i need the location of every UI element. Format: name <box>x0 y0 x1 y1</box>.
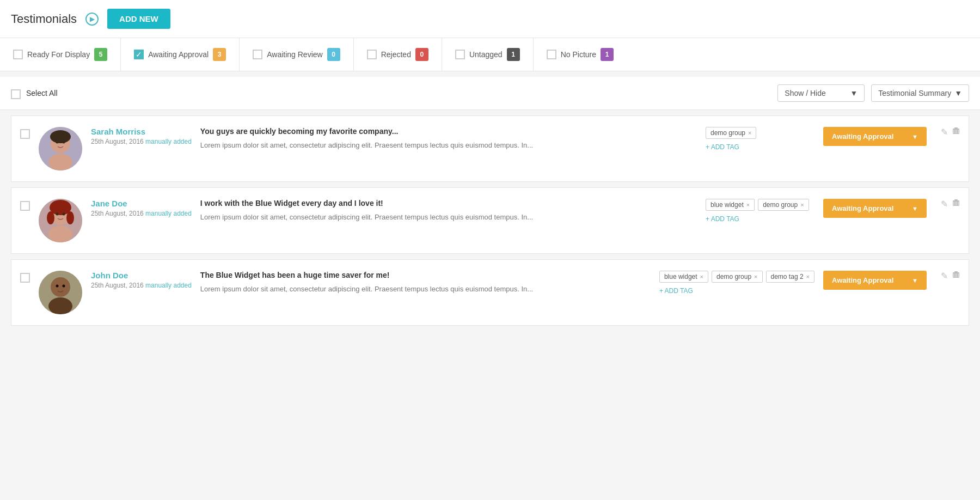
tags-area: blue widget×demo group×+ ADD TAG <box>706 199 814 223</box>
filter-checkbox-rejected[interactable] <box>367 50 377 59</box>
row-actions: ✎ <box>941 199 960 209</box>
status-label: Awaiting Approval <box>832 204 893 212</box>
filter-badge-rejected: 0 <box>415 48 428 61</box>
edit-icon[interactable]: ✎ <box>941 127 948 137</box>
testimonial-content: The Blue Widget has been a huge time sav… <box>200 271 651 295</box>
edit-icon[interactable]: ✎ <box>941 199 948 209</box>
tag-remove-icon[interactable]: × <box>800 202 804 208</box>
avatar <box>39 199 82 242</box>
list-item: demo group× <box>712 271 762 283</box>
list-item: blue widget× <box>706 199 755 211</box>
manually-added-link[interactable]: manually added <box>145 138 192 145</box>
tag-label: demo group <box>716 273 751 281</box>
filter-badge-untagged: 1 <box>507 48 520 61</box>
person-name[interactable]: John Doe <box>91 271 192 280</box>
filter-item-awaiting_review[interactable]: Awaiting Review0 <box>240 38 353 71</box>
add-tag-button[interactable]: + ADD TAG <box>706 143 814 151</box>
filter-checkbox-ready[interactable] <box>13 50 23 59</box>
status-arrow-icon: ▼ <box>912 277 918 284</box>
testimonial-summary-label: Testimonial Summary <box>878 89 951 97</box>
table-row: Jane Doe 25th August, 2016 manually adde… <box>11 187 969 254</box>
filter-label-awaiting_approval: Awaiting Approval <box>148 50 209 59</box>
row-checkbox-1[interactable] <box>20 129 30 139</box>
person-info: Sarah Morriss 25th August, 2016 manually… <box>91 127 192 145</box>
svg-point-28 <box>56 285 59 288</box>
delete-icon[interactable] <box>952 199 960 209</box>
filter-checkbox-awaiting_approval[interactable]: ✓ <box>134 50 144 59</box>
tag-label: demo group <box>763 201 798 209</box>
testimonial-body: Lorem ipsum dolor sit amet, consectetur … <box>200 140 697 151</box>
filter-label-ready: Ready For Display <box>27 50 90 59</box>
svg-point-13 <box>48 225 72 242</box>
svg-point-16 <box>66 211 74 224</box>
filter-checkbox-untagged[interactable] <box>455 50 465 59</box>
svg-rect-7 <box>954 127 958 129</box>
testimonial-quote: You guys are quickly becoming my favorit… <box>200 127 697 136</box>
list-item: blue widget× <box>659 271 708 283</box>
row-checkbox-3[interactable] <box>20 273 30 283</box>
edit-icon[interactable]: ✎ <box>941 271 948 281</box>
tag-remove-icon[interactable]: × <box>754 273 757 280</box>
person-name[interactable]: Sarah Morriss <box>91 127 192 136</box>
tag-remove-icon[interactable]: × <box>700 273 703 280</box>
tag-label: demo tag 2 <box>771 273 804 281</box>
testimonial-summary-dropdown[interactable]: Testimonial Summary ▼ <box>871 84 969 102</box>
filter-bar: Ready For Display5✓Awaiting Approval3Awa… <box>0 38 980 71</box>
filter-item-no_picture[interactable]: No Picture1 <box>534 38 627 71</box>
filter-item-awaiting_approval[interactable]: ✓Awaiting Approval3 <box>121 38 240 71</box>
show-hide-dropdown[interactable]: Show / Hide ▼ <box>777 84 865 102</box>
svg-point-2 <box>48 154 72 170</box>
filter-item-untagged[interactable]: Untagged1 <box>442 38 534 71</box>
filter-item-rejected[interactable]: Rejected0 <box>354 38 442 71</box>
status-arrow-icon: ▼ <box>912 205 918 212</box>
manually-added-link[interactable]: manually added <box>145 210 192 217</box>
filter-badge-awaiting_review: 0 <box>327 48 340 61</box>
filter-label-rejected: Rejected <box>381 50 411 59</box>
filter-label-untagged: Untagged <box>469 50 503 59</box>
add-tag-button[interactable]: + ADD TAG <box>659 287 814 295</box>
tags-area: blue widget×demo group×demo tag 2×+ ADD … <box>659 271 814 295</box>
select-all-label: Select All <box>26 89 58 97</box>
testimonial-body: Lorem ipsum dolor sit amet, consectetur … <box>200 212 697 223</box>
person-info: John Doe 25th August, 2016 manually adde… <box>91 271 192 289</box>
person-name[interactable]: Jane Doe <box>91 199 192 208</box>
person-date: 25th August, 2016 manually added <box>91 138 192 145</box>
svg-point-3 <box>50 130 71 143</box>
testimonial-list: Sarah Morriss 25th August, 2016 manually… <box>0 115 980 326</box>
status-label: Awaiting Approval <box>832 276 893 284</box>
page-title: Testimonials <box>11 12 77 26</box>
table-row: John Doe 25th August, 2016 manually adde… <box>11 259 969 326</box>
add-new-button[interactable]: ADD NEW <box>107 9 170 29</box>
status-area: Awaiting Approval▼ <box>823 199 932 218</box>
status-button[interactable]: Awaiting Approval▼ <box>823 271 927 290</box>
show-hide-label: Show / Hide <box>785 89 825 97</box>
person-date: 25th August, 2016 manually added <box>91 210 192 217</box>
status-button[interactable]: Awaiting Approval▼ <box>823 127 927 146</box>
select-all-area: Select All <box>11 87 58 99</box>
delete-icon[interactable] <box>952 271 960 281</box>
filter-item-ready[interactable]: Ready For Display5 <box>0 38 121 71</box>
filter-checkbox-no_picture[interactable] <box>547 50 556 59</box>
tag-list: blue widget×demo group×demo tag 2× <box>659 271 814 283</box>
svg-point-5 <box>63 141 65 144</box>
list-item: demo group× <box>706 127 756 139</box>
avatar <box>39 127 82 170</box>
row-checkbox-2[interactable] <box>20 201 30 211</box>
svg-point-17 <box>56 213 59 216</box>
tag-remove-icon[interactable]: × <box>806 273 810 280</box>
delete-icon[interactable] <box>952 127 960 137</box>
status-button[interactable]: Awaiting Approval▼ <box>823 199 927 218</box>
play-icon[interactable]: ▶ <box>85 13 99 26</box>
status-arrow-icon: ▼ <box>912 133 918 140</box>
add-tag-button[interactable]: + ADD TAG <box>706 215 814 223</box>
row-actions: ✎ <box>941 127 960 137</box>
tag-remove-icon[interactable]: × <box>746 202 750 208</box>
row-actions: ✎ <box>941 271 960 281</box>
filter-checkbox-awaiting_review[interactable] <box>253 50 262 59</box>
svg-rect-20 <box>954 199 958 200</box>
tag-remove-icon[interactable]: × <box>748 130 751 136</box>
select-all-checkbox[interactable] <box>11 89 21 99</box>
svg-point-29 <box>63 285 65 288</box>
manually-added-link[interactable]: manually added <box>145 282 192 289</box>
list-item: demo group× <box>758 199 808 211</box>
